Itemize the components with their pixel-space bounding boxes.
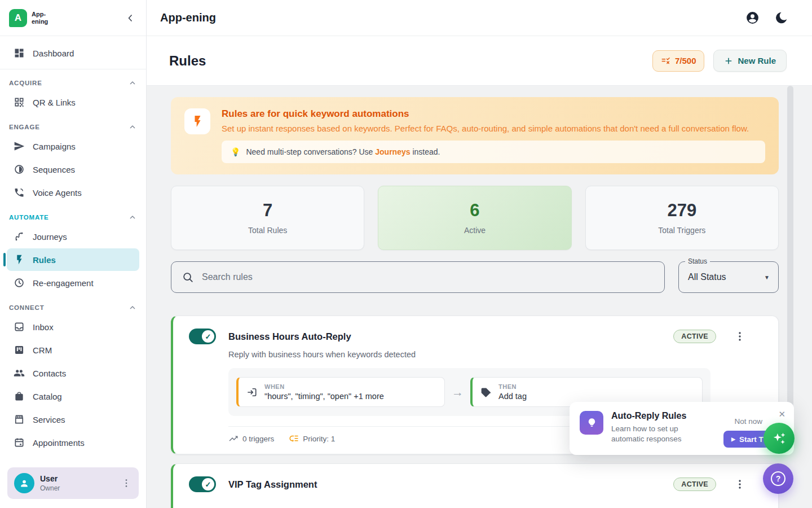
toggle-check-icon: ✓ (202, 330, 214, 343)
sidebar-item-crm[interactable]: CRM (7, 339, 139, 361)
help-fab[interactable]: ? (763, 463, 793, 494)
then-value: Add tag (498, 392, 527, 401)
sidebar-item-label: Catalog (33, 392, 62, 401)
search-icon (182, 271, 194, 283)
stats-row: 7 Total Rules 6 Active 279 Total Trigger… (171, 186, 779, 250)
inbox-icon (14, 321, 25, 332)
status-filter-select[interactable]: Status All Status ▼ (678, 261, 779, 293)
search-input[interactable] (171, 261, 665, 293)
not-now-button[interactable]: Not now (734, 417, 762, 426)
sidebar-item-re-engagement[interactable]: Re-engagement (7, 271, 139, 294)
sidebar-item-contacts[interactable]: Contacts (7, 362, 139, 384)
section-acquire: ACQUIRE (9, 78, 137, 87)
rule-toggle[interactable]: ✓ (189, 329, 216, 344)
section-engage: ENGAGE (9, 122, 137, 132)
section-connect: CONNECT (9, 303, 137, 312)
topbar: App-ening (147, 0, 812, 36)
sidebar-item-label: Appointments (33, 438, 85, 448)
clock-icon (14, 277, 25, 288)
sidebar-item-label: Re-engagement (33, 278, 94, 288)
close-icon[interactable]: ✕ (778, 409, 785, 419)
lightbulb-icon: 💡 (231, 147, 240, 156)
stat-label: Total Rules (171, 226, 364, 235)
rule-quota-badge: 7/500 (652, 50, 705, 72)
sidebar-item-services[interactable]: Services (7, 408, 139, 431)
moon-icon[interactable] (774, 11, 788, 25)
chevron-up-icon[interactable] (128, 303, 137, 312)
status-filter-label: Status (685, 257, 710, 265)
sidebar-item-voice-agents[interactable]: Voice Agents (7, 181, 139, 204)
rule-quota-value: 7/500 (675, 56, 696, 65)
sidebar-item-catalog[interactable]: Catalog (7, 385, 139, 408)
page-title: Rules (169, 53, 206, 69)
user-card[interactable]: User Owner (7, 467, 139, 499)
status-badge: ACTIVE (673, 330, 716, 343)
sidebar-item-label: CRM (33, 345, 52, 355)
trending-up-icon (228, 433, 239, 444)
kanban-icon (14, 344, 25, 356)
new-rule-button[interactable]: New Rule (713, 50, 787, 72)
rule-toggle[interactable]: ✓ (189, 476, 216, 492)
account-circle-icon[interactable] (745, 11, 760, 25)
chevron-up-icon[interactable] (128, 78, 137, 87)
sidebar-item-qr-links[interactable]: QR & Links (7, 91, 139, 113)
stat-value: 279 (586, 201, 778, 220)
stat-total-rules: 7 Total Rules (171, 186, 364, 250)
bolt-icon (14, 254, 25, 265)
avatar (14, 473, 34, 493)
user-info: User Owner (40, 474, 60, 492)
arrow-right-icon: → (452, 386, 464, 399)
sidebar: A App- ening Dashboard ACQUIRE QR & Link… (0, 0, 147, 508)
shopping-bag-icon (14, 391, 25, 402)
kebab-menu-icon[interactable] (733, 478, 747, 491)
send-icon (14, 141, 25, 152)
app-logo: A (9, 9, 27, 27)
person-icon (18, 477, 30, 489)
sidebar-collapse-button[interactable] (123, 11, 137, 25)
priority: Priority: 1 (289, 433, 335, 444)
sidebar-item-label: Rules (33, 255, 56, 265)
ai-assistant-fab[interactable] (764, 423, 795, 454)
stat-active: 6 Active (378, 186, 571, 250)
sidebar-item-campaigns[interactable]: Campaigns (7, 135, 139, 157)
rule-title: Business Hours Auto-Reply (228, 331, 351, 342)
sidebar-item-label: Voice Agents (33, 188, 82, 198)
sidebar-item-label: Dashboard (33, 49, 74, 58)
trigger-count: 0 triggers (228, 433, 274, 444)
sidebar-item-journeys[interactable]: Journeys (7, 225, 139, 248)
kebab-menu-icon[interactable] (733, 330, 747, 343)
play-icon: ▶ (731, 436, 735, 442)
chevron-up-icon[interactable] (128, 213, 137, 222)
calendar-icon (14, 437, 25, 448)
journeys-link[interactable]: Journeys (375, 147, 410, 156)
rule-card: ✓ VIP Tag Assignment ACTIVE (171, 463, 779, 508)
banner-tip: 💡 Need multi-step conversations? Use Jou… (222, 141, 765, 163)
search-field (171, 261, 665, 293)
half-circle-icon (14, 164, 25, 175)
banner-title: Rules are for quick keyword automations (222, 108, 765, 120)
scrollbar-thumb[interactable] (787, 86, 793, 436)
sidebar-item-rules[interactable]: Rules (7, 248, 139, 271)
kebab-menu-icon[interactable] (121, 478, 132, 489)
sidebar-item-label: Inbox (33, 322, 54, 332)
tag-icon (480, 387, 492, 398)
sidebar-item-sequences[interactable]: Sequences (7, 158, 139, 181)
dropdown-arrow-icon: ▼ (764, 274, 770, 281)
sidebar-item-inbox[interactable]: Inbox (7, 316, 139, 338)
banner-body: Set up instant responses based on keywor… (222, 124, 765, 133)
rule-description: Reply with business hours when keywords … (228, 350, 710, 359)
question-mark-icon: ? (771, 471, 785, 486)
user-role: Owner (40, 484, 60, 492)
app-logo-text: App- ening (32, 11, 48, 24)
page-header: Rules 7/500 New Rule (147, 36, 812, 86)
sidebar-item-label: Campaigns (33, 142, 76, 151)
sidebar-item-appointments[interactable]: Appointments (7, 431, 139, 454)
rule-title: VIP Tag Assignment (228, 479, 317, 490)
sidebar-item-label: Sequences (33, 165, 75, 174)
banner-text: Rules are for quick keyword automations … (222, 108, 765, 163)
sidebar-nav: Dashboard ACQUIRE QR & Links ENGAGE Camp… (0, 36, 146, 462)
rule-card-header: ✓ Business Hours Auto-Reply ACTIVE (189, 329, 762, 344)
sidebar-item-label: Services (33, 415, 65, 424)
sidebar-item-dashboard[interactable]: Dashboard (7, 42, 139, 64)
chevron-up-icon[interactable] (128, 122, 137, 132)
